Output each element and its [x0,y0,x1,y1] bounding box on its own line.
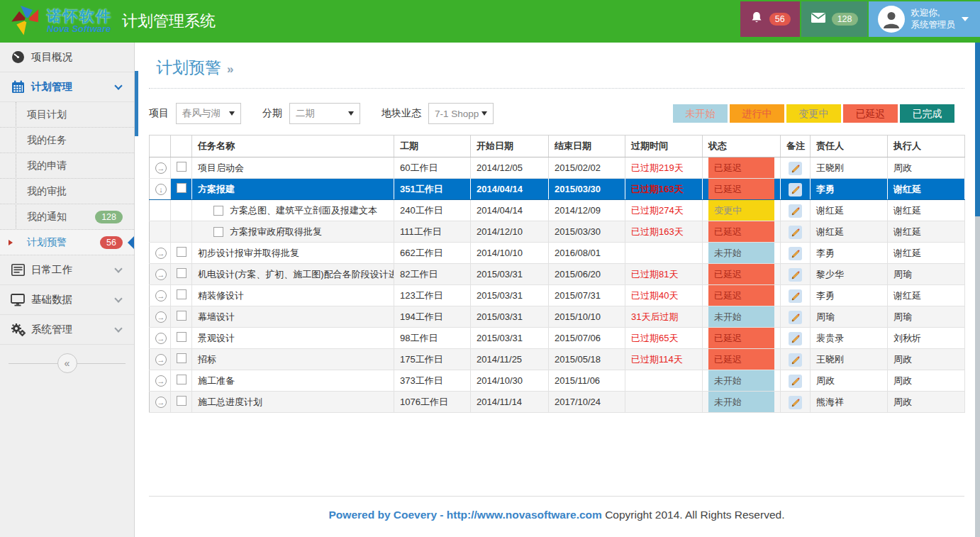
edit-note-button[interactable] [789,226,802,239]
status-cell: 已延迟 [703,349,781,370]
legend-status-3[interactable]: 已延迟 [843,104,898,123]
table-row[interactable]: →精装修设计123工作日2015/03/312015/07/31已过期40天已延… [150,285,965,306]
task-name: 项目启动会 [198,162,244,173]
bell-icon [750,11,764,28]
owner-cell: 谢红延 [811,200,888,221]
overdue-text: 已过期163天 [631,226,684,237]
table-row[interactable]: →幕墙设计194工作日2015/03/312015/10/1031天后过期未开始… [150,306,965,328]
row-checkbox[interactable] [213,206,223,216]
duration-cell: 240工作日 [394,200,471,221]
executor-cell: 周政 [888,349,965,370]
sidebar-item-project-overview[interactable]: 项目概况 [0,43,134,72]
edit-note-button[interactable] [789,375,802,388]
edit-note-button[interactable] [789,311,802,324]
edit-note-button[interactable] [789,162,802,175]
row-checkbox[interactable] [177,353,186,363]
table-row[interactable]: →机电设计(方案、扩初、施工图)配合各阶段设计进度82工作日2015/03/31… [150,264,965,285]
status-cell: 已延迟 [703,179,781,200]
main-content: 计划预警» 项目春风与湖分期二期地块业态7-1 Shopp 未开始进行中变更中已… [135,43,980,537]
owner-cell: 周瑜 [811,306,888,328]
nova-star-logo-icon [11,4,43,39]
row-checkbox[interactable] [177,162,186,172]
row-checkbox[interactable] [177,396,186,406]
column-header: 开始日期 [471,135,549,157]
sidebar-item-daily-work[interactable]: 日常工作 [0,255,134,285]
expand-row-icon[interactable]: → [155,162,167,174]
task-name-cell: 方案报审政府取得批复 [192,221,394,243]
end-date-cell: 2014/12/09 [549,200,625,221]
expand-row-icon[interactable]: → [155,333,167,344]
edit-note-button[interactable] [789,183,802,196]
duration-cell: 111工作日 [394,221,471,243]
scrollbar-thumb[interactable] [975,43,980,216]
row-checkbox[interactable] [177,183,186,193]
sidebar-collapse-button[interactable]: « [57,353,77,373]
expand-row-icon[interactable]: → [155,354,167,365]
notifications-button[interactable]: 56 [740,1,800,37]
executor-cell: 谢红延 [888,285,965,306]
note-cell [781,157,811,179]
user-menu[interactable]: 欢迎你, 系统管理员 [869,1,980,37]
executor-cell: 周政 [888,370,965,392]
sidebar-item-system-management[interactable]: 系统管理 [0,315,134,345]
edit-note-button[interactable] [789,332,802,345]
row-checkbox[interactable] [177,332,186,342]
table-row[interactable]: 方案报审政府取得批复111工作日2014/12/102015/03/30已过期1… [150,221,965,243]
row-checkbox[interactable] [213,227,223,237]
sidebar-subitem-3[interactable]: 我的审批 [0,179,134,204]
sidebar-subitem-5[interactable]: 计划预警56 [0,230,134,255]
column-header: 责任人 [811,135,888,157]
duration-cell: 1076工作日 [394,392,471,413]
expand-row-icon[interactable]: → [155,311,167,323]
sidebar-subitem-1[interactable]: 我的任务 [0,128,134,153]
legend-status-4[interactable]: 已完成 [900,104,954,123]
table-row[interactable]: 方案总图、建筑平立剖面及报建文本240工作日2014/04/142014/12/… [150,200,965,221]
sidebar-item-plan-management[interactable]: 计划管理 [0,72,134,102]
table-row[interactable]: →景观设计98工作日2015/03/312015/07/06已过期65天已延迟裴… [150,328,965,349]
edit-note-button[interactable] [789,247,802,260]
row-checkbox[interactable] [177,375,186,384]
footer-link[interactable]: Powered by Coevery - http://www.novasoft… [329,509,602,521]
expand-row-icon[interactable]: → [155,397,167,408]
overdue-text: 已过期81天 [631,269,678,279]
expand-row-icon[interactable]: → [155,269,167,280]
sidebar-item-base-data[interactable]: 基础数据 [0,285,134,315]
filter-project-select[interactable]: 春风与湖 [176,103,241,124]
edit-note-button[interactable] [789,204,802,218]
sidebar-subitem-0[interactable]: 项目计划 [0,102,134,128]
expand-row-icon[interactable]: → [155,248,167,259]
legend-status-1[interactable]: 进行中 [730,104,784,123]
sidebar-subitem-2[interactable]: 我的申请 [0,153,134,179]
edit-note-button[interactable] [789,353,802,367]
status-cell: 已延迟 [703,328,781,349]
table-row[interactable]: ↓方案报建351工作日2014/04/142015/03/30已过期163天已延… [150,179,965,200]
row-checkbox[interactable] [177,268,186,278]
row-checkbox[interactable] [177,311,186,321]
chevron-down-icon [962,17,969,21]
row-checkbox[interactable] [177,289,186,299]
table-row[interactable]: →施工总进度计划1076工作日2014/11/142017/10/24未开始熊海… [150,392,965,413]
sidebar-item-label: 系统管理 [31,323,72,336]
collapse-row-icon[interactable]: ↓ [155,184,167,195]
app-title: 计划管理系统 [122,11,216,32]
edit-note-button[interactable] [789,289,802,303]
expand-row-icon[interactable]: → [155,375,167,387]
filter-plot-type-select[interactable]: 7-1 Shopp [428,103,494,124]
edit-note-button[interactable] [789,396,802,409]
table-row[interactable]: →招标175工作日2014/11/252015/05/18已过期114天已延迟王… [150,349,965,370]
status-cell: 已延迟 [703,157,781,179]
page-scrollbar[interactable] [975,43,980,537]
legend-status-0[interactable]: 未开始 [673,104,728,123]
table-row[interactable]: →项目启动会60工作日2014/12/052015/02/02已过期219天已延… [150,157,965,179]
table-row[interactable]: →施工准备373工作日2014/10/302015/11/06未开始周政周政 [150,370,965,392]
sidebar-subitem-4[interactable]: 我的通知128 [0,204,134,230]
filter-phase-select[interactable]: 二期 [289,103,360,124]
footer-copyright: Copyright 2014. All Rights Reserved. [605,509,784,521]
edit-note-button[interactable] [789,268,802,282]
messages-button[interactable]: 128 [801,1,867,37]
legend-status-2[interactable]: 变更中 [786,104,841,123]
filter-label: 项目 [149,107,169,120]
table-row[interactable]: →初步设计报审并取得批复662工作日2014/10/102016/08/01未开… [150,243,965,264]
expand-row-icon[interactable]: → [155,290,167,301]
row-checkbox[interactable] [177,247,186,257]
